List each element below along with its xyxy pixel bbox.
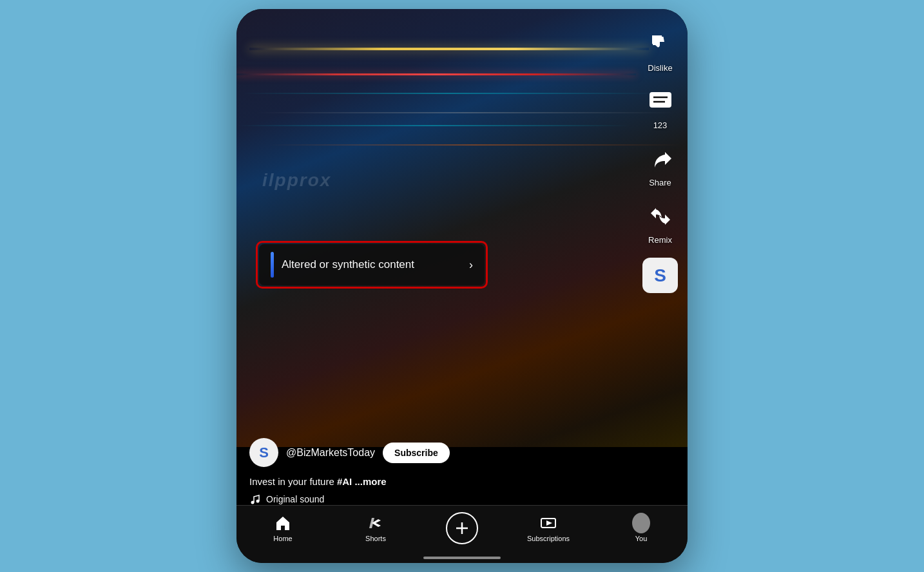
svg-point-4	[256, 500, 260, 503]
bottom-content-area: S @BizMarketsToday Subscribe Invest in y…	[249, 438, 636, 505]
altered-chevron-icon: ›	[469, 258, 473, 272]
shorts-icon	[367, 514, 385, 532]
channel-avatar-square-letter: S	[654, 265, 666, 286]
nav-home-label: Home	[273, 535, 292, 542]
video-line-4	[269, 144, 681, 146]
home-indicator	[423, 557, 501, 559]
subscribe-button[interactable]: Subscribe	[383, 443, 450, 463]
you-avatar-icon	[632, 514, 650, 532]
home-icon	[274, 514, 292, 532]
nav-subscriptions[interactable]: Subscriptions	[526, 514, 571, 542]
channel-avatar-square[interactable]: S	[642, 258, 678, 293]
channel-avatar-circle[interactable]: S	[249, 438, 278, 467]
nav-home[interactable]: Home	[260, 514, 305, 542]
channel-name[interactable]: @BizMarketsToday	[286, 447, 375, 459]
remix-button[interactable]: Remix	[644, 200, 677, 245]
action-buttons-panel: Dislike 123 Share	[642, 28, 678, 293]
add-icon	[454, 520, 470, 537]
hashtag-ai[interactable]: #AI	[337, 476, 352, 487]
remix-icon	[644, 200, 677, 233]
dislike-button[interactable]: Dislike	[644, 28, 677, 73]
video-line-1	[243, 93, 655, 94]
you-avatar	[632, 513, 650, 533]
comments-icon	[644, 86, 677, 118]
phone-frame: ilpprox Dislike	[236, 9, 688, 563]
bottom-navigation: Home Shorts	[236, 505, 688, 563]
video-background: ilpprox	[236, 9, 688, 447]
subscriptions-icon	[539, 514, 557, 532]
sound-row: Original sound	[249, 493, 636, 505]
description-text: Invest in your future	[249, 476, 337, 487]
altered-content-banner[interactable]: Altered or synthetic content ›	[256, 241, 488, 289]
music-note-icon	[249, 493, 261, 505]
nav-shorts[interactable]: Shorts	[353, 514, 398, 542]
video-lines	[236, 9, 688, 447]
remix-label: Remix	[648, 235, 672, 245]
svg-marker-8	[546, 520, 552, 526]
share-icon	[644, 143, 677, 175]
altered-content-text: Altered or synthetic content	[282, 258, 461, 271]
dislike-label: Dislike	[648, 63, 672, 73]
comments-count: 123	[653, 120, 668, 130]
nav-subscriptions-label: Subscriptions	[527, 535, 570, 542]
sound-label[interactable]: Original sound	[266, 494, 324, 504]
comments-button[interactable]: 123	[644, 86, 677, 130]
altered-bar	[271, 252, 274, 278]
nav-shorts-label: Shorts	[365, 535, 386, 542]
channel-row: S @BizMarketsToday Subscribe	[249, 438, 636, 467]
share-button[interactable]: Share	[644, 143, 677, 187]
channel-avatar-letter: S	[259, 444, 269, 461]
video-text-overlay: ilpprox	[262, 170, 331, 191]
nav-you-label: You	[635, 535, 648, 542]
nav-you[interactable]: You	[619, 514, 664, 542]
description-row: Invest in your future #AI ...more	[249, 476, 636, 487]
video-line-2	[256, 112, 675, 113]
more-link[interactable]: ...more	[354, 476, 386, 487]
video-line-3	[236, 125, 630, 126]
nav-create-button[interactable]	[446, 512, 478, 544]
svg-point-3	[251, 501, 255, 504]
share-label: Share	[649, 178, 671, 187]
dislike-icon	[644, 28, 677, 61]
svg-rect-0	[650, 92, 671, 108]
altered-content-inner: Altered or synthetic content ›	[259, 244, 485, 285]
